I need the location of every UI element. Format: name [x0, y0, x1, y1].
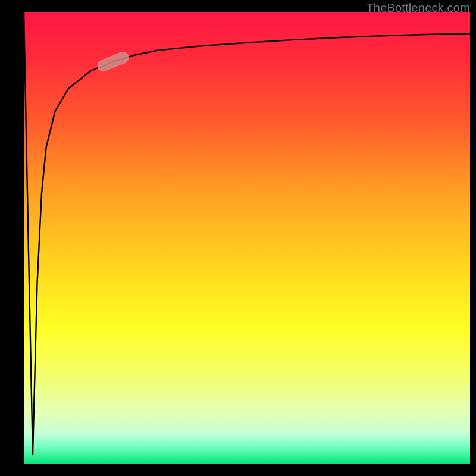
- chart-frame: TheBottleneck.com: [0, 0, 476, 476]
- svg-rect-0: [95, 50, 130, 74]
- curve-layer: [24, 12, 470, 464]
- source-label: TheBottleneck.com: [366, 1, 470, 15]
- bottleneck-curve: [24, 12, 470, 455]
- plot-area: [24, 12, 470, 464]
- curve-marker: [95, 50, 130, 74]
